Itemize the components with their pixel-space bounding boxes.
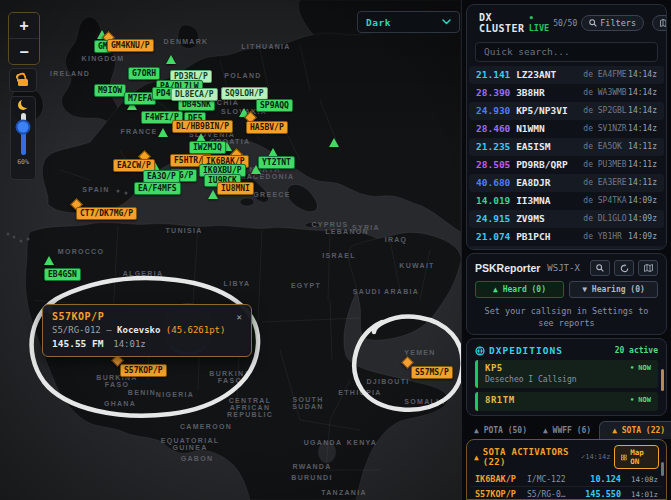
spot-time: 14:09z bbox=[628, 214, 657, 223]
map-style-select[interactable]: Dark bbox=[357, 11, 460, 33]
hearing-tab[interactable]: ▼ Hearing (0) bbox=[569, 281, 658, 298]
tab-sota[interactable]: ▲ SOTA (22) bbox=[599, 421, 671, 439]
sota-refresh-time: ✓14:14z bbox=[581, 453, 611, 461]
spot-time: 14:14z bbox=[628, 106, 657, 115]
callsign-tag[interactable]: EB4GSN bbox=[44, 268, 81, 281]
map-off-button[interactable]: OFF bbox=[652, 15, 667, 31]
tab-wwff[interactable]: ▲ WWFF (6) bbox=[535, 426, 599, 439]
callsign-tag[interactable]: IU8MNI bbox=[217, 182, 254, 195]
spot-spotter: de EA5OK bbox=[583, 142, 628, 151]
refresh-icon bbox=[620, 264, 629, 273]
spot-callsign: N1WMN bbox=[516, 123, 583, 134]
scrollbar-thumb[interactable] bbox=[661, 369, 664, 391]
summit-triangle-icon: ▲ bbox=[474, 453, 479, 462]
callsign-tag[interactable]: S57MS/P bbox=[411, 366, 453, 379]
spot-time: 14:09z bbox=[628, 196, 657, 205]
dxpedition-item[interactable]: 8R1TM • NOW bbox=[475, 392, 658, 411]
dxpeditions-title: DXPEDITIONS bbox=[489, 345, 563, 356]
map-canvas[interactable]: IRELANDKINGDOMDENMARKLITHUANIAPOLANDCZEC… bbox=[0, 0, 461, 500]
dx-spot-row[interactable]: 24.930 KP5/NP3VI de SP2GBL 14:14z bbox=[469, 102, 664, 120]
psk-map-button[interactable] bbox=[638, 260, 658, 276]
psk-search-button[interactable] bbox=[590, 260, 610, 276]
brightness-slider[interactable] bbox=[21, 113, 26, 155]
dx-spot-row[interactable]: 21.235 EA5ISM de EA5OK 14:11z bbox=[469, 138, 664, 156]
map-style-value: Dark bbox=[366, 17, 391, 28]
dx-spot-row[interactable]: 21.141 LZ23ANT de EA4FME 14:14z bbox=[469, 66, 664, 84]
callsign-tags-layer: GMGM4KNU/PG7ORHPD3RL/PM9IOWM7EFAPA/DL7LW… bbox=[0, 0, 461, 500]
callsign-tag[interactable]: YT2TNT bbox=[258, 156, 295, 169]
heard-tab[interactable]: ▲ Heard (0) bbox=[475, 281, 564, 298]
spot-spotter: de EA4FME bbox=[583, 70, 628, 79]
pskreporter-panel: PSKReporter WSJT-X bbox=[466, 253, 667, 335]
zoom-out-button[interactable]: − bbox=[9, 38, 39, 64]
sota-activator-row[interactable]: IK6BAK/P I/MC-122 10.124 14:08z bbox=[471, 472, 662, 486]
callsign-tag[interactable]: CT7/DK7MG/P bbox=[76, 207, 137, 220]
spot-frequency: 21.141 bbox=[476, 69, 516, 80]
spot-frequency: 28.390 bbox=[476, 87, 516, 98]
quick-search-input[interactable] bbox=[475, 42, 658, 62]
now-badge: • NOW bbox=[630, 364, 651, 372]
globe-icon bbox=[475, 346, 485, 356]
moon-icon bbox=[18, 100, 28, 110]
dx-cluster-panel: DX CLUSTER • LIVE 50/50 Filters OFF bbox=[466, 4, 667, 250]
close-icon[interactable]: ✕ bbox=[237, 312, 242, 322]
dxpedition-description: Desecheo I Callsign bbox=[485, 375, 651, 384]
zoom-controls: + − bbox=[8, 12, 40, 65]
callsign-tag[interactable]: GM4KNU/P bbox=[107, 39, 154, 52]
dx-spot-row[interactable]: 21.074 PB1PCH de YB1HR 14:09z bbox=[469, 228, 664, 246]
pskreporter-mode: WSJT-X bbox=[547, 263, 580, 273]
summit-reference: S5/RG-0… bbox=[527, 490, 579, 499]
callsign-tag[interactable]: M9IOW bbox=[94, 84, 126, 97]
tooltip-callsign: S57KOP/P bbox=[52, 311, 104, 322]
tooltip-separator: — bbox=[106, 325, 111, 335]
filters-button[interactable]: Filters bbox=[581, 15, 644, 31]
scrollbar-thumb[interactable] bbox=[661, 462, 664, 476]
spot-callsign: PD9RB/QRP bbox=[516, 159, 583, 170]
spot-time: 14:14z bbox=[628, 124, 657, 133]
activator-callsign: S57KOP/P bbox=[475, 489, 527, 499]
brightness-slider-panel: 60% bbox=[10, 96, 36, 180]
sota-activator-list: IK6BAK/P I/MC-122 10.124 14:08z S57KOP/P… bbox=[471, 472, 662, 500]
callsign-tag[interactable]: G7ORH bbox=[128, 67, 160, 80]
spot-spotter: de EA3ERE bbox=[583, 178, 628, 187]
callsign-tag[interactable]: IW2MJQ bbox=[189, 141, 226, 154]
dx-spot-row[interactable]: 28.460 N1WMN de SV1NZR 14:14z bbox=[469, 120, 664, 138]
dx-spot-row[interactable]: 28.505 PD9RB/QRP de PU3MEB 14:11z bbox=[469, 156, 664, 174]
dxpedition-item[interactable]: KP5 • NOW Desecheo I Callsign bbox=[475, 360, 658, 388]
program-tabs: ▲ POTA (50) ▲ WWFF (6) ▲ SOTA (22) bbox=[466, 419, 667, 439]
callsign-tag[interactable]: S57KOP/P bbox=[120, 364, 167, 377]
callsign-tag[interactable]: DL/HB9BIN/P bbox=[172, 120, 233, 133]
callsign-tag[interactable]: SP9AQQ bbox=[256, 99, 293, 112]
sota-activators-panel: ▲ SOTA ACTIVATORS (22) ✓14:14z Map ON IK… bbox=[466, 439, 667, 500]
sidebar: DX CLUSTER • LIVE 50/50 Filters OFF bbox=[461, 0, 671, 500]
map-on-button[interactable]: Map ON bbox=[614, 445, 659, 469]
dx-spot-row[interactable]: 24.915 ZV9MS de DL1GLO 14:09z bbox=[469, 210, 664, 228]
map-icon bbox=[644, 264, 653, 272]
tab-pota[interactable]: ▲ POTA (50) bbox=[466, 426, 535, 439]
dx-spot-row[interactable]: 14.019 II3MNA de SP4TKA 14:09z bbox=[469, 192, 664, 210]
callsign-tag[interactable]: HA5BV/P bbox=[246, 121, 288, 134]
spot-spotter: de PU3MEB bbox=[583, 160, 628, 169]
summit-reference: I/MC-122 bbox=[527, 475, 579, 484]
dx-spot-row[interactable]: 28.390 3B8HR de WA3WMB 14:14z bbox=[469, 84, 664, 102]
sota-activator-row[interactable]: S57KOP/P S5/RG-0… 145.550 14:01z bbox=[471, 486, 662, 500]
live-indicator: • LIVE bbox=[529, 13, 549, 33]
tooltip-summit-name: Kocevsko bbox=[117, 325, 160, 335]
spot-tooltip: S57KOP/P ✕ S5/RG-012 — Kocevsko (45.6261… bbox=[42, 304, 252, 357]
brightness-value: 60% bbox=[17, 158, 29, 166]
dxpedition-callsign: 8R1TM bbox=[485, 395, 515, 405]
dx-spot-row[interactable]: 50.075 KF2ZO de HA6NDM 14:07z bbox=[469, 246, 664, 250]
callsign-tag[interactable]: DL8ECA/P bbox=[171, 88, 218, 101]
dxpeditions-panel: DXPEDITIONS 20 active KP5 • NOW Desecheo… bbox=[466, 338, 667, 416]
spot-callsign: EA5ISM bbox=[516, 141, 583, 152]
activator-callsign: IK6BAK/P bbox=[475, 474, 527, 484]
spot-time: 14:11z bbox=[628, 160, 657, 169]
spot-callsign: EA8DJR bbox=[516, 177, 583, 188]
psk-refresh-button[interactable] bbox=[614, 260, 634, 276]
lock-button[interactable] bbox=[9, 68, 37, 92]
dx-spot-row[interactable]: 40.680 EA8DJR de EA3ERE 14:11z bbox=[469, 174, 664, 192]
callsign-tag[interactable]: EA/F4MFS bbox=[134, 182, 181, 195]
spot-spotter: de SP2GBL bbox=[583, 106, 628, 115]
brightness-slider-thumb[interactable] bbox=[16, 120, 31, 135]
zoom-in-button[interactable]: + bbox=[9, 13, 39, 38]
